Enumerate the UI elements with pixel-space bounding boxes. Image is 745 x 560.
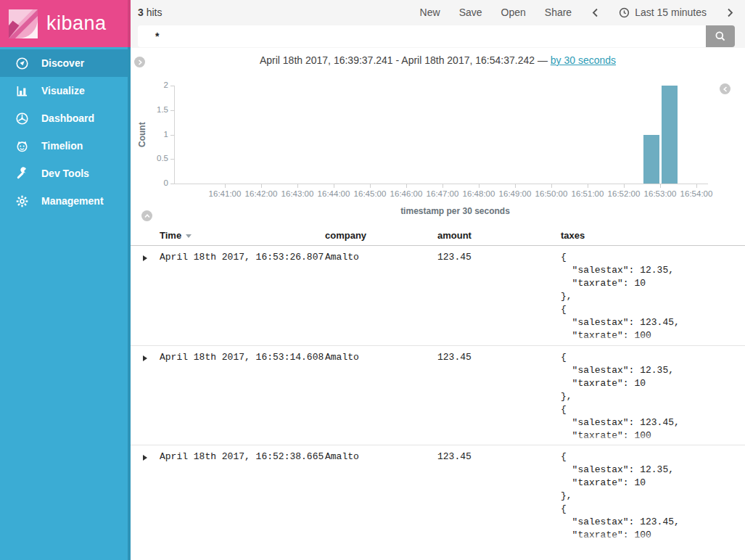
x-tick-mark (479, 184, 479, 188)
interval-link[interactable]: by 30 seconds (551, 54, 616, 66)
table-row: April 18th 2017, 16:53:26.807Amalto123.4… (131, 246, 745, 345)
sort-descending-icon (186, 234, 192, 238)
table-body: April 18th 2017, 16:53:26.807Amalto123.4… (131, 246, 745, 544)
histogram-bar[interactable] (643, 135, 659, 184)
x-tick-mark (225, 184, 226, 188)
sidebar-item-management[interactable]: Management (0, 187, 131, 215)
histogram-bar[interactable] (662, 86, 678, 184)
chart-title: April 18th 2017, 16:39:37.241 - April 18… (131, 54, 745, 66)
y-tick-mark (170, 159, 174, 160)
expand-row-icon[interactable] (143, 355, 147, 361)
management-gear-icon (15, 194, 29, 208)
x-tick-mark (406, 184, 407, 188)
brand-wordmark: kibana (46, 12, 107, 35)
time-header-label: Time (160, 230, 181, 241)
top-actions: NewSaveOpenShareLast 15 minutes (420, 7, 735, 18)
taxes-cell: { "salestax": 12.35, "taxrate": 10 }, { … (561, 251, 745, 345)
x-tick-mark (297, 184, 298, 188)
expand-row-icon[interactable] (143, 255, 147, 261)
x-tick-mark (660, 184, 661, 188)
discover-compass-icon (15, 56, 29, 70)
search-input[interactable] (138, 25, 706, 47)
hits-number: 3 (138, 7, 144, 18)
x-tick-mark (443, 184, 443, 188)
collapse-chart-button[interactable] (141, 210, 152, 221)
column-header-time[interactable]: Time (160, 230, 325, 241)
timepicker-previous-button[interactable] (590, 8, 600, 17)
company-cell: Amalto (325, 450, 437, 544)
x-tick-mark (334, 184, 334, 188)
x-tick-mark (624, 184, 625, 188)
dev-tools-wrench-icon (15, 166, 29, 181)
histogram-plot (174, 86, 708, 184)
amount-cell: 123.45 (437, 450, 561, 544)
sidebar-item-dashboard[interactable]: Dashboard (0, 104, 131, 132)
expand-cell (139, 351, 160, 445)
x-tick-label: 16:54:00 (671, 189, 722, 198)
discover-main: April 18th 2017, 16:39:37.241 - April 18… (131, 48, 745, 560)
search-bar (138, 25, 735, 47)
dashboard-icon (15, 111, 29, 125)
hits-count: 3 hits (138, 7, 162, 18)
sidebar-item-label: Visualize (41, 85, 85, 96)
taxes-cell: { "salestax": 12.35, "taxrate": 10 }, { … (561, 351, 745, 445)
clock-icon (619, 7, 630, 18)
column-header-amount: amount (437, 230, 561, 241)
y-tick-label: 0.5 (144, 154, 168, 162)
time-cell: April 18th 2017, 16:53:26.807 (160, 251, 325, 345)
topbar: 3 hits NewSaveOpenShareLast 15 minutes (131, 0, 745, 48)
y-tick-label: 1.5 (144, 105, 168, 114)
chart-time-range: April 18th 2017, 16:39:37.241 - April 18… (260, 54, 551, 66)
sidebar: kibana DiscoverVisualizeDashboardTimelio… (0, 0, 131, 560)
table-header-row: Time company amount taxes (131, 225, 745, 246)
timepicker-button[interactable]: Last 15 minutes (619, 7, 707, 18)
sidebar-item-discover[interactable]: Discover (0, 49, 131, 77)
expand-cell (139, 450, 160, 544)
search-button[interactable] (706, 25, 735, 47)
y-tick-label: 2 (144, 81, 168, 89)
column-header-company: company (325, 230, 437, 241)
table-row: April 18th 2017, 16:53:14.608Amalto123.4… (131, 345, 745, 445)
sidebar-item-label: Discover (41, 57, 84, 69)
table-row: April 18th 2017, 16:52:38.665Amalto123.4… (131, 445, 745, 544)
chevron-up-icon (144, 213, 150, 219)
x-tick-mark (588, 184, 588, 188)
sidebar-item-label: Timelion (41, 140, 83, 152)
sidebar-item-timelion[interactable]: Timelion (0, 132, 131, 160)
collapse-left-button[interactable] (720, 83, 730, 94)
x-axis-title: timestamp per 30 seconds (174, 206, 736, 216)
amount-cell: 123.45 (437, 251, 561, 345)
taxes-cell: { "salestax": 12.35, "taxrate": 10 }, { … (561, 450, 745, 544)
sidebar-item-label: Management (41, 195, 104, 207)
y-tick-label: 0 (144, 178, 168, 187)
x-tick-mark (551, 184, 552, 188)
x-tick-mark (515, 184, 516, 188)
kibana-logo[interactable]: kibana (0, 0, 131, 47)
expand-row-icon[interactable] (143, 455, 147, 461)
column-header-taxes: taxes (561, 230, 745, 241)
y-tick-mark (170, 86, 174, 86)
hits-label: hits (147, 7, 162, 18)
sidebar-item-dev-tools[interactable]: Dev Tools (0, 160, 131, 187)
share-button[interactable]: Share (545, 7, 572, 18)
chevron-left-icon (592, 8, 598, 17)
documents-table: Time company amount taxes April 18th 201… (131, 225, 745, 544)
sidebar-item-label: Dashboard (41, 112, 94, 124)
side-nav: DiscoverVisualizeDashboardTimelionDev To… (0, 47, 131, 560)
timelion-icon (15, 139, 29, 153)
time-cell: April 18th 2017, 16:52:38.665 (160, 450, 325, 544)
company-cell: Amalto (325, 251, 437, 345)
open-button[interactable]: Open (501, 7, 526, 18)
search-icon (715, 30, 726, 42)
save-button[interactable]: Save (459, 7, 482, 18)
visualize-chart-icon (15, 83, 29, 98)
sidebar-item-visualize[interactable]: Visualize (0, 77, 131, 104)
timepicker-next-button[interactable] (725, 8, 735, 17)
kibana-logo-icon (9, 9, 38, 38)
new-button[interactable]: New (420, 7, 440, 18)
x-tick-mark (261, 184, 262, 188)
time-cell: April 18th 2017, 16:53:14.608 (160, 351, 325, 445)
hits-row: 3 hits NewSaveOpenShareLast 15 minutes (138, 4, 735, 20)
timepicker-label: Last 15 minutes (635, 7, 707, 18)
y-tick-mark (170, 184, 174, 184)
